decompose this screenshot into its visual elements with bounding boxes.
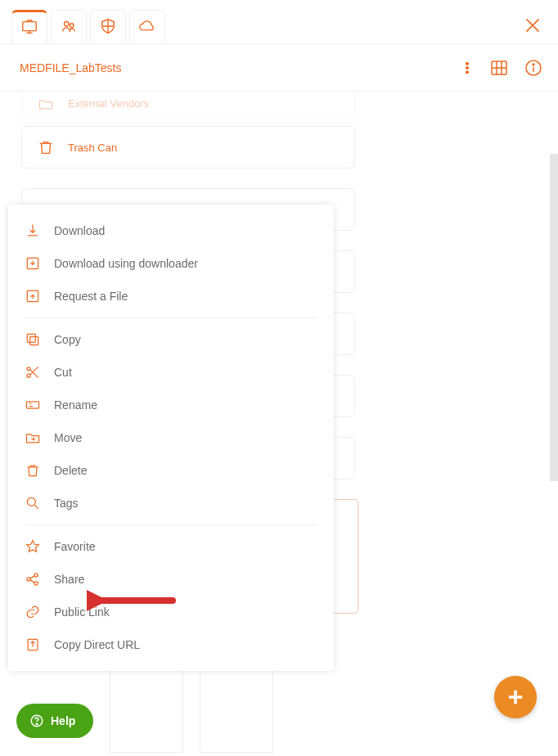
- svg-point-16: [27, 497, 35, 506]
- svg-point-4: [466, 66, 469, 69]
- menu-public-link[interactable]: Public Link: [8, 596, 334, 628]
- download-box-icon: [25, 255, 41, 272]
- download-icon: [25, 223, 41, 239]
- menu-label: Copy Direct URL: [54, 638, 140, 651]
- tab-my-files[interactable]: [11, 10, 47, 43]
- svg-rect-12: [27, 334, 35, 342]
- svg-point-3: [466, 62, 469, 65]
- menu-download-using-downloader[interactable]: Download using downloader: [8, 247, 334, 280]
- folder-icon: [37, 96, 55, 112]
- menu-label: Request a File: [54, 290, 128, 303]
- menu-separator: [25, 524, 317, 525]
- menu-label: Copy: [54, 333, 81, 346]
- menu-label: Cut: [54, 366, 72, 379]
- scrollbar[interactable]: [550, 154, 558, 481]
- menu-label: Rename: [54, 398, 97, 412]
- monitor-folder-icon: [20, 18, 38, 36]
- rename-icon: [25, 397, 41, 413]
- svg-point-14: [27, 374, 30, 377]
- info-icon[interactable]: [524, 58, 543, 78]
- tab-cloud[interactable]: [129, 10, 165, 43]
- search-icon: [25, 495, 41, 511]
- menu-label: Favorite: [54, 540, 96, 553]
- close-icon: [522, 15, 543, 36]
- menu-copy-direct-url[interactable]: Copy Direct URL: [8, 628, 334, 661]
- link-icon: [25, 604, 41, 620]
- help-label: Help: [51, 714, 75, 727]
- folder-label: Trash Can: [68, 142, 117, 154]
- menu-download[interactable]: Download: [8, 214, 334, 247]
- svg-point-13: [27, 367, 30, 371]
- breadcrumb-bar: MEDFILE_LabTests: [0, 44, 558, 92]
- folder-row-trash[interactable]: Trash Can: [21, 126, 355, 169]
- svg-point-19: [34, 582, 38, 585]
- svg-rect-0: [23, 22, 37, 31]
- menu-delete[interactable]: Delete: [8, 454, 334, 487]
- delete-icon: [25, 462, 41, 479]
- plus-icon: [504, 686, 527, 709]
- share-icon: [25, 571, 41, 587]
- menu-share[interactable]: Share: [8, 563, 334, 596]
- menu-rename[interactable]: Rename: [8, 389, 334, 421]
- svg-point-17: [27, 578, 30, 581]
- copy-icon: [25, 331, 41, 348]
- svg-rect-11: [30, 337, 38, 345]
- svg-point-1: [65, 22, 70, 27]
- upload-box-icon: [25, 288, 41, 304]
- shield-icon: [99, 17, 117, 35]
- more-vert-icon[interactable]: [460, 57, 475, 79]
- svg-point-2: [70, 24, 74, 28]
- help-button[interactable]: Help: [16, 704, 93, 738]
- menu-label: Public Link: [54, 605, 110, 619]
- scissors-icon: [25, 364, 41, 380]
- menu-cut[interactable]: Cut: [8, 356, 334, 389]
- users-icon: [60, 17, 78, 35]
- menu-move[interactable]: Move: [8, 421, 334, 454]
- menu-request-file[interactable]: Request a File: [8, 280, 334, 313]
- svg-point-18: [34, 574, 38, 577]
- add-fab[interactable]: [494, 676, 537, 718]
- menu-label: Download: [54, 224, 105, 237]
- star-icon: [25, 538, 41, 555]
- menu-separator: [25, 317, 317, 318]
- folder-move-icon: [25, 430, 41, 446]
- file-thumbnail[interactable]: [200, 663, 273, 753]
- tab-security[interactable]: [90, 10, 126, 43]
- menu-label: Delete: [54, 464, 87, 477]
- grid-view-icon[interactable]: [489, 58, 509, 78]
- help-icon: [29, 713, 44, 728]
- menu-label: Move: [54, 431, 82, 444]
- folder-label: External Vendors: [68, 97, 149, 110]
- copy-link-icon: [25, 637, 41, 653]
- cloud-icon: [137, 17, 157, 35]
- svg-rect-15: [27, 402, 39, 408]
- close-button[interactable]: [522, 15, 543, 38]
- file-thumbnail[interactable]: [110, 663, 183, 753]
- svg-point-5: [466, 70, 469, 73]
- menu-tags[interactable]: Tags: [8, 487, 334, 520]
- menu-favorite[interactable]: Favorite: [8, 530, 334, 563]
- context-menu: Download Download using downloader Reque…: [8, 205, 334, 671]
- svg-point-8: [533, 64, 534, 65]
- tab-shared[interactable]: [51, 10, 87, 43]
- trash-icon: [37, 137, 55, 157]
- page-title[interactable]: MEDFILE_LabTests: [20, 61, 122, 74]
- svg-point-22: [36, 723, 38, 725]
- menu-label: Tags: [54, 497, 79, 510]
- header-actions: [460, 57, 543, 79]
- menu-copy[interactable]: Copy: [8, 323, 334, 356]
- top-tab-bar: [0, 0, 558, 44]
- menu-label: Share: [54, 573, 84, 586]
- menu-label: Download using downloader: [54, 257, 198, 270]
- folder-row-external-vendors[interactable]: External Vendors: [21, 92, 355, 116]
